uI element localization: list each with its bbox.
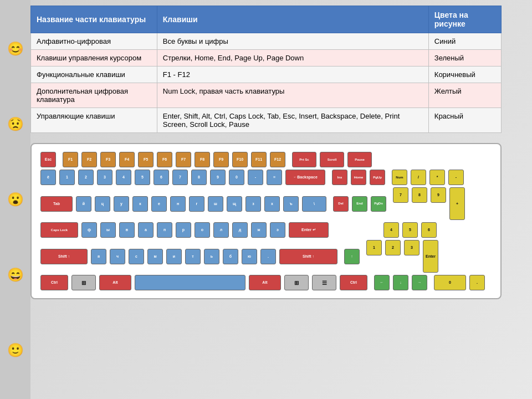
key-q[interactable]: й — [76, 196, 91, 212]
key-v[interactable]: м — [147, 249, 163, 264]
key-semicolon[interactable]: ж — [251, 222, 267, 238]
key-5[interactable]: 5 — [135, 170, 150, 185]
key-f9[interactable]: F9 — [213, 152, 229, 167]
key-quote[interactable]: э — [270, 222, 285, 238]
key-numplus[interactable]: + — [449, 187, 465, 220]
key-period[interactable]: ю — [242, 249, 257, 264]
key-f7[interactable]: F7 — [176, 152, 191, 167]
key-num5[interactable]: 5 — [402, 222, 418, 238]
key-ctrl-right[interactable]: Ctrl — [340, 275, 367, 290]
key-pgdn[interactable]: PgDn — [371, 196, 386, 212]
key-l[interactable]: д — [232, 222, 248, 238]
key-num0[interactable]: 0 — [434, 275, 466, 290]
key-win-right[interactable]: ⊞ — [284, 275, 309, 290]
key-backslash[interactable]: \ — [302, 196, 326, 212]
key-shift-right[interactable]: Shift ↑ — [279, 249, 337, 264]
key-8[interactable]: 8 — [191, 170, 207, 185]
key-backtick[interactable]: ё — [40, 170, 56, 185]
key-2[interactable]: 2 — [78, 170, 94, 185]
key-esc[interactable]: Esc — [40, 152, 56, 167]
key-num8[interactable]: 8 — [412, 187, 427, 203]
key-7[interactable]: 7 — [172, 170, 188, 185]
key-num6[interactable]: 6 — [421, 222, 437, 238]
key-z[interactable]: я — [91, 249, 106, 264]
key-9[interactable]: 9 — [210, 170, 226, 185]
key-x[interactable]: ч — [110, 249, 125, 264]
key-space[interactable] — [135, 275, 245, 290]
key-delete[interactable]: Del — [333, 196, 349, 212]
key-num7[interactable]: 7 — [393, 187, 408, 203]
key-num3[interactable]: 3 — [404, 240, 420, 255]
key-slash[interactable]: . — [260, 249, 276, 264]
key-tab[interactable]: Tab — [40, 196, 73, 212]
key-num4[interactable]: 4 — [383, 222, 399, 238]
key-6[interactable]: 6 — [154, 170, 169, 185]
key-f4[interactable]: F4 — [119, 152, 135, 167]
key-numstar[interactable]: * — [429, 170, 445, 185]
key-numminus[interactable]: - — [448, 170, 464, 185]
key-backspace[interactable]: ←Backspace — [285, 170, 325, 185]
key-f2[interactable]: F2 — [81, 152, 97, 167]
key-pause[interactable]: Pause — [347, 152, 372, 167]
key-comma[interactable]: б — [223, 249, 238, 264]
key-a[interactable]: ф — [81, 222, 97, 238]
key-1[interactable]: 1 — [59, 170, 75, 185]
key-j[interactable]: о — [195, 222, 210, 238]
key-s[interactable]: ы — [100, 222, 116, 238]
key-e[interactable]: у — [114, 196, 129, 212]
key-num2[interactable]: 2 — [385, 240, 401, 255]
key-r[interactable]: к — [132, 196, 148, 212]
key-scroll[interactable]: Scroll — [320, 152, 344, 167]
key-shift-left[interactable]: Shift ↑ — [40, 249, 88, 264]
key-g[interactable]: п — [157, 222, 172, 238]
key-4[interactable]: 4 — [116, 170, 131, 185]
key-up-arrow[interactable]: ↑ — [344, 249, 360, 264]
key-f1[interactable]: F1 — [63, 152, 78, 167]
key-right-arrow[interactable]: → — [412, 275, 427, 290]
key-pgup[interactable]: PgUp — [370, 170, 385, 185]
key-num1[interactable]: 1 — [366, 240, 382, 255]
key-t[interactable]: е — [151, 196, 167, 212]
key-u[interactable]: г — [189, 196, 204, 212]
key-alt-left[interactable]: Alt — [99, 275, 131, 290]
key-down-arrow[interactable]: ↓ — [393, 275, 408, 290]
key-rbracket[interactable]: ъ — [283, 196, 299, 212]
key-win-left[interactable]: ⊞ — [71, 275, 96, 290]
key-p[interactable]: з — [245, 196, 261, 212]
key-f5[interactable]: F5 — [138, 152, 154, 167]
key-num9[interactable]: 9 — [431, 187, 446, 203]
key-n[interactable]: т — [185, 249, 201, 264]
key-menu[interactable]: ☰ — [312, 275, 336, 290]
key-d[interactable]: в — [119, 222, 135, 238]
key-c[interactable]: с — [129, 249, 144, 264]
key-numdot[interactable]: . — [469, 275, 485, 290]
key-prtsc[interactable]: Prt Sc — [292, 152, 316, 167]
key-f[interactable]: а — [138, 222, 154, 238]
key-left-arrow[interactable]: ← — [374, 275, 390, 290]
key-f3[interactable]: F3 — [100, 152, 116, 167]
key-f12[interactable]: F12 — [270, 152, 285, 167]
key-ctrl-left[interactable]: Ctrl — [40, 275, 68, 290]
key-numslash[interactable]: / — [411, 170, 426, 185]
key-f8[interactable]: F8 — [195, 152, 210, 167]
key-o[interactable]: щ — [227, 196, 242, 212]
key-insert[interactable]: Ins — [332, 170, 347, 185]
key-h[interactable]: р — [176, 222, 191, 238]
key-i[interactable]: ш — [208, 196, 223, 212]
key-3[interactable]: 3 — [97, 170, 112, 185]
key-end[interactable]: End — [352, 196, 367, 212]
key-f10[interactable]: F10 — [232, 152, 248, 167]
key-numlock[interactable]: Num — [392, 170, 407, 185]
key-y[interactable]: н — [170, 196, 186, 212]
key-capslock[interactable]: Caps Lock — [40, 222, 78, 238]
key-alt-right[interactable]: Alt — [249, 275, 281, 290]
key-f6[interactable]: F6 — [157, 152, 172, 167]
key-f11[interactable]: F11 — [251, 152, 267, 167]
key-enter[interactable]: Enter ↵ — [289, 222, 329, 238]
key-numenter[interactable]: Enter — [423, 240, 438, 273]
key-home[interactable]: Home — [351, 170, 366, 185]
key-lbracket[interactable]: х — [264, 196, 280, 212]
key-m[interactable]: ь — [204, 249, 219, 264]
key-0[interactable]: 0 — [229, 170, 244, 185]
key-k[interactable]: л — [213, 222, 229, 238]
